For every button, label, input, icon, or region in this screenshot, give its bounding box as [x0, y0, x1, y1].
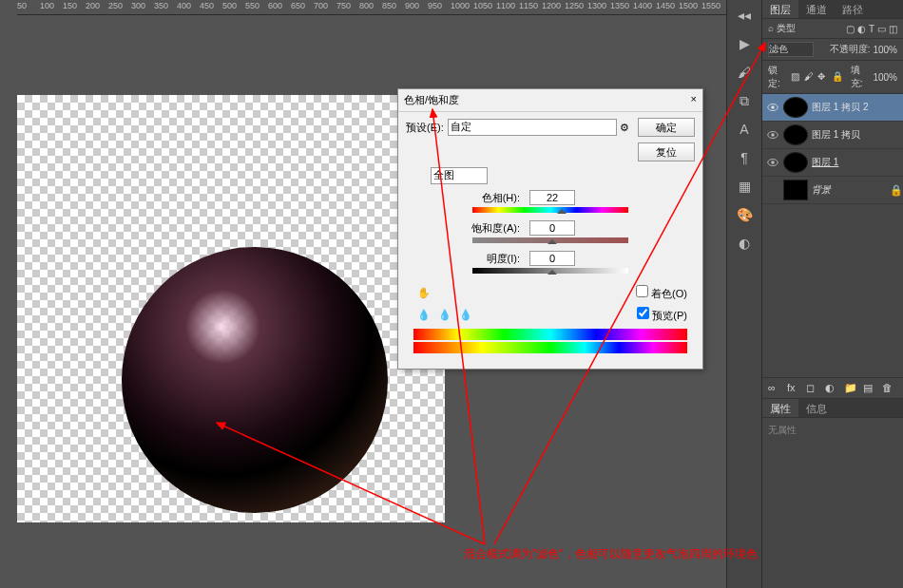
layer-name[interactable]: 图层 1 拷贝 [812, 128, 899, 142]
lock-label: 锁定: [768, 64, 787, 90]
swatches-icon[interactable]: ▦ [735, 177, 754, 196]
clone-panel-icon[interactable]: ⧉ [735, 91, 754, 110]
color-icon[interactable]: 🎨 [735, 205, 754, 224]
layer-name[interactable]: 背景 [812, 183, 886, 197]
hue-strip-top [413, 329, 687, 340]
lock-all-icon[interactable]: 🔒 [832, 71, 843, 83]
mask-icon[interactable]: ◻ [806, 382, 819, 395]
layer-row[interactable]: 图层 1 [762, 149, 903, 177]
visibility-icon[interactable] [766, 128, 779, 142]
filter-shape-icon[interactable]: ▭ [877, 24, 886, 34]
brush-panel-icon[interactable]: 🖌 [735, 63, 754, 82]
blend-mode-select[interactable]: 滤色 [768, 42, 814, 57]
adjustments-icon[interactable]: ◐ [735, 234, 754, 253]
link-icon[interactable]: ∞ [768, 382, 781, 395]
paragraph-icon[interactable]: ¶ [735, 148, 754, 167]
annotation-text: 混合模式调为"滤色"，色相可以随意更改气泡四周的环境色 [464, 546, 758, 562]
layer-list: 图层 1 拷贝 2 图层 1 拷贝 图层 1 背景 🔒 [762, 94, 903, 204]
fill-value[interactable]: 100% [873, 72, 897, 83]
fx-icon[interactable]: fx [787, 382, 800, 395]
lock-pixel-icon[interactable]: 🖌 [804, 71, 814, 83]
layer-name[interactable]: 图层 1 [812, 156, 899, 169]
filter-adjust-icon[interactable]: ◐ [857, 24, 866, 34]
tab-channels[interactable]: 通道 [798, 0, 835, 18]
history-icon[interactable]: ▶ [735, 34, 754, 53]
tab-paths[interactable]: 路径 [835, 0, 871, 18]
lightness-slider[interactable] [472, 268, 628, 274]
filter-type-icon[interactable]: T [869, 24, 874, 34]
hue-strip-bottom [413, 342, 687, 353]
close-icon[interactable]: × [691, 93, 697, 107]
opacity-value[interactable]: 100% [873, 45, 897, 55]
adjustment-icon[interactable]: ◐ [825, 382, 838, 395]
svg-point-3 [771, 133, 775, 137]
eyedropper-icon[interactable]: 💧 [417, 309, 431, 321]
preset-label: 预设(E): [406, 121, 444, 135]
bubble-artwork [122, 247, 388, 513]
filter-kind[interactable]: ⌕ 类型 [768, 22, 796, 35]
properties-empty: 无属性 [762, 418, 903, 443]
layer-row[interactable]: 图层 1 拷贝 2 [762, 94, 903, 122]
filter-pixel-icon[interactable]: ▢ [846, 24, 855, 34]
character-icon[interactable]: A [735, 120, 754, 139]
lightness-input[interactable] [529, 251, 575, 266]
layers-footer: ∞ fx ◻ ◐ 📁 ▤ 🗑 [762, 377, 903, 398]
visibility-icon[interactable] [766, 183, 779, 197]
saturation-input[interactable] [529, 220, 575, 236]
layer-thumbnail [783, 124, 808, 145]
layer-row[interactable]: 图层 1 拷贝 [762, 122, 903, 149]
hue-saturation-dialog: 色相/饱和度 × 预设(E): 自定 ⚙ 确定 复位 全图 色相(H): 饱和度… [397, 88, 703, 370]
new-layer-icon[interactable]: ▤ [863, 382, 876, 395]
lock-transparent-icon[interactable]: ▨ [791, 71, 800, 83]
fill-label: 填充: [851, 64, 870, 90]
lock-position-icon[interactable]: ✥ [817, 71, 827, 83]
visibility-icon[interactable] [766, 156, 779, 169]
lightness-label: 明度(I): [406, 252, 520, 266]
right-panels: 图层 通道 路径 ⌕ 类型 ▢ ◐ T ▭ ◫ 滤色 不透明度: 100% 锁定… [761, 0, 903, 588]
panel-dock: ◂◂ ▶ 🖌 ⧉ A ¶ ▦ 🎨 ◐ [726, 0, 761, 588]
tab-properties[interactable]: 属性 [762, 399, 798, 417]
ok-button[interactable]: 确定 [638, 118, 695, 137]
preview-checkbox[interactable] [637, 307, 649, 319]
tab-info[interactable]: 信息 [798, 399, 835, 417]
reset-button[interactable]: 复位 [638, 142, 695, 161]
svg-point-1 [771, 105, 775, 109]
lock-icon: 🔒 [890, 184, 899, 197]
opacity-label: 不透明度: [830, 43, 871, 56]
group-icon[interactable]: 📁 [844, 382, 857, 395]
saturation-slider[interactable] [472, 237, 628, 243]
filter-smart-icon[interactable]: ◫ [889, 24, 897, 34]
layer-thumbnail [783, 97, 808, 118]
colorize-checkbox[interactable] [636, 285, 648, 297]
gear-icon[interactable]: ⚙ [617, 122, 632, 134]
svg-point-5 [771, 161, 775, 164]
collapse-icon[interactable]: ◂◂ [735, 6, 754, 25]
layer-name[interactable]: 图层 1 拷贝 2 [812, 101, 899, 114]
hue-label: 色相(H): [406, 191, 520, 205]
hue-slider[interactable] [472, 207, 628, 213]
layer-row[interactable]: 背景 🔒 [762, 177, 903, 204]
dialog-title: 色相/饱和度 [404, 93, 459, 107]
properties-panel: 属性 信息 无属性 [762, 398, 903, 588]
tab-layers[interactable]: 图层 [762, 0, 798, 18]
trash-icon[interactable]: 🗑 [882, 382, 895, 395]
horizontal-ruler: 5010015020025030035040045050055060065070… [17, 0, 726, 15]
saturation-label: 饱和度(A): [406, 221, 520, 236]
preset-select[interactable]: 自定 [448, 119, 617, 136]
eyedropper-plus-icon[interactable]: 💧 [438, 309, 452, 321]
hue-input[interactable] [529, 190, 575, 205]
layer-thumbnail [783, 180, 808, 200]
hand-icon[interactable]: ✋ [417, 287, 431, 299]
canvas[interactable] [17, 95, 445, 522]
layer-thumbnail [783, 152, 808, 173]
eyedropper-minus-icon[interactable]: 💧 [459, 309, 472, 321]
visibility-icon[interactable] [766, 101, 779, 114]
channel-select[interactable]: 全图 [431, 167, 488, 184]
